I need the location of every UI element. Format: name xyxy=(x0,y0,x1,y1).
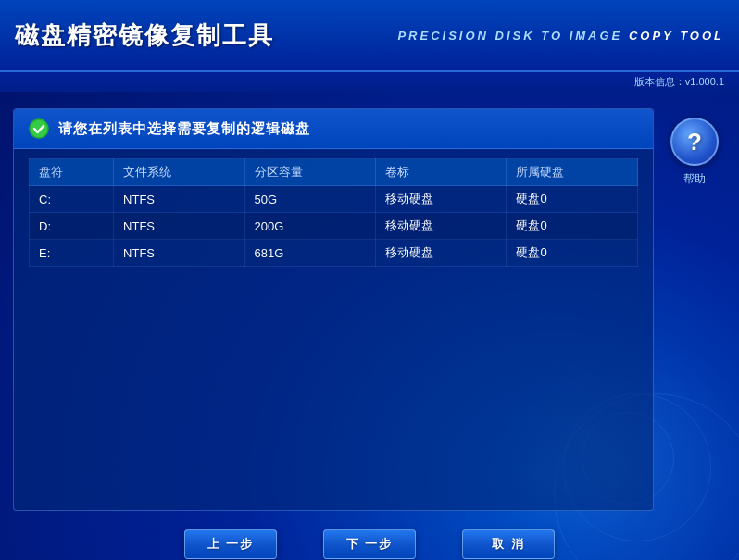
col-drive: 盘符 xyxy=(30,159,114,186)
version-bar: 版本信息：v1.000.1 xyxy=(0,72,739,92)
cell-label: 移动硬盘 xyxy=(376,240,507,267)
check-icon xyxy=(29,118,49,139)
header-en-copy: Copy xyxy=(629,29,680,43)
version-label: 版本信息：v1.000.1 xyxy=(634,76,724,87)
prev-button[interactable]: 上 一步 xyxy=(184,529,277,559)
cell-size: 50G xyxy=(244,186,375,213)
cancel-button[interactable]: 取 消 xyxy=(462,529,555,559)
cell-size: 200G xyxy=(244,213,375,240)
header-en-tool: Tool xyxy=(680,29,724,43)
cell-fs: NTFS xyxy=(114,240,244,267)
disk-table: 盘符 文件系统 分区容量 卷标 所属硬盘 C:NTFS50G移动硬盘硬盘0D:N… xyxy=(29,158,638,267)
cell-fs: NTFS xyxy=(114,213,244,240)
cell-disk: 硬盘0 xyxy=(507,240,638,267)
cell-label: 移动硬盘 xyxy=(376,186,507,213)
next-button[interactable]: 下 一步 xyxy=(323,529,416,559)
table-row[interactable]: D:NTFS200G移动硬盘硬盘0 xyxy=(30,213,638,240)
col-disk: 所属硬盘 xyxy=(507,159,638,186)
cell-fs: NTFS xyxy=(114,186,244,213)
help-label: 帮助 xyxy=(683,171,706,187)
col-fs: 文件系统 xyxy=(114,159,244,186)
header: 磁盘精密镜像复制工具 Precision Disk to Image Copy … xyxy=(0,0,739,72)
col-size: 分区容量 xyxy=(244,159,375,186)
table-row[interactable]: E:NTFS681G移动硬盘硬盘0 xyxy=(30,240,638,267)
svg-point-0 xyxy=(30,119,48,138)
table-header: 盘符 文件系统 分区容量 卷标 所属硬盘 xyxy=(30,159,638,186)
cell-drive: C: xyxy=(30,186,114,213)
bottom-bar: 上 一步 下 一步 取 消 xyxy=(0,520,739,560)
cell-disk: 硬盘0 xyxy=(507,186,638,213)
col-label: 卷标 xyxy=(376,159,507,186)
right-panel: ? 帮助 xyxy=(663,108,726,511)
panel-header: 请您在列表中选择需要复制的逻辑磁盘 xyxy=(14,109,653,149)
help-icon: ? xyxy=(687,130,702,154)
header-title-en: Precision Disk to Image Copy Tool xyxy=(397,29,724,43)
cell-disk: 硬盘0 xyxy=(507,213,638,240)
cell-size: 681G xyxy=(244,240,375,267)
table-wrapper: 盘符 文件系统 分区容量 卷标 所属硬盘 C:NTFS50G移动硬盘硬盘0D:N… xyxy=(14,149,653,510)
help-button[interactable]: ? xyxy=(670,118,719,166)
panel-title: 请您在列表中选择需要复制的逻辑磁盘 xyxy=(58,120,310,138)
cell-drive: E: xyxy=(30,240,114,267)
table-header-row: 盘符 文件系统 分区容量 卷标 所属硬盘 xyxy=(30,159,638,186)
cell-label: 移动硬盘 xyxy=(376,213,507,240)
table-row[interactable]: C:NTFS50G移动硬盘硬盘0 xyxy=(30,186,638,213)
header-en-prefix: Precision Disk to Image xyxy=(397,29,628,43)
header-title-cn: 磁盘精密镜像复制工具 xyxy=(15,19,274,52)
left-panel: 请您在列表中选择需要复制的逻辑磁盘 盘符 文件系统 分区容量 卷标 所属硬盘 C… xyxy=(13,108,654,511)
main-area: 请您在列表中选择需要复制的逻辑磁盘 盘符 文件系统 分区容量 卷标 所属硬盘 C… xyxy=(0,92,739,520)
table-body[interactable]: C:NTFS50G移动硬盘硬盘0D:NTFS200G移动硬盘硬盘0E:NTFS6… xyxy=(30,186,638,267)
cell-drive: D: xyxy=(30,213,114,240)
